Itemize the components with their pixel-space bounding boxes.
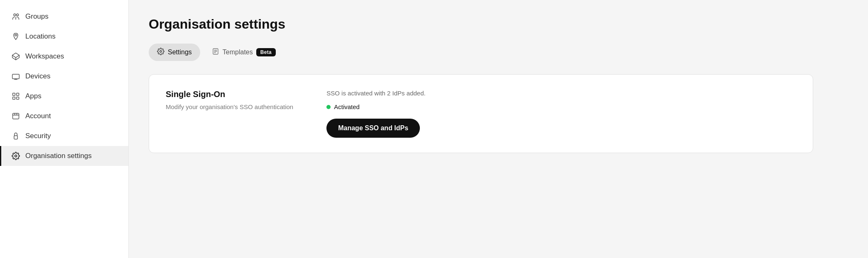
sidebar-item-locations-label: Locations bbox=[25, 32, 56, 41]
sidebar-item-security[interactable]: Security bbox=[0, 126, 128, 146]
org-settings-icon bbox=[11, 151, 20, 161]
svg-rect-9 bbox=[17, 93, 19, 96]
svg-point-17 bbox=[15, 155, 17, 157]
account-icon bbox=[11, 112, 20, 121]
manage-sso-button[interactable]: Manage SSO and IdPs bbox=[326, 119, 420, 138]
page-title: Organisation settings bbox=[149, 17, 848, 32]
sidebar-item-locations[interactable]: Locations bbox=[0, 27, 128, 46]
tabs-container: Settings Templates Beta bbox=[149, 44, 848, 61]
sidebar-item-groups[interactable]: Groups bbox=[0, 7, 128, 27]
tab-templates[interactable]: Templates Beta bbox=[204, 44, 284, 61]
sso-status-text: SSO is activated with 2 IdPs added. bbox=[326, 90, 796, 97]
sidebar-item-org-settings-label: Organisation settings bbox=[25, 152, 92, 160]
svg-point-0 bbox=[14, 14, 16, 16]
sidebar: Groups Locations Workspaces bbox=[0, 0, 129, 258]
svg-rect-8 bbox=[13, 93, 15, 96]
security-icon bbox=[11, 131, 20, 141]
settings-tab-label: Settings bbox=[168, 49, 192, 56]
beta-badge: Beta bbox=[256, 48, 276, 56]
svg-rect-10 bbox=[13, 97, 15, 100]
svg-point-2 bbox=[15, 34, 17, 36]
svg-rect-5 bbox=[12, 74, 20, 79]
apps-icon bbox=[11, 92, 20, 101]
sidebar-item-apps[interactable]: Apps bbox=[0, 86, 128, 106]
svg-rect-16 bbox=[14, 136, 17, 139]
sidebar-item-workspaces-label: Workspaces bbox=[25, 52, 64, 61]
svg-rect-12 bbox=[13, 113, 19, 119]
status-row: Activated bbox=[326, 103, 796, 110]
sidebar-item-security-label: Security bbox=[25, 132, 51, 140]
sidebar-item-devices-label: Devices bbox=[25, 72, 50, 80]
sso-card: Single Sign-On Modify your organisation'… bbox=[149, 74, 813, 153]
card-right: SSO is activated with 2 IdPs added. Acti… bbox=[326, 90, 796, 138]
templates-tab-icon bbox=[212, 48, 219, 57]
templates-tab-label: Templates bbox=[223, 49, 253, 56]
devices-icon bbox=[11, 72, 20, 81]
workspaces-icon bbox=[11, 52, 20, 61]
sidebar-item-account[interactable]: Account bbox=[0, 106, 128, 126]
card-title: Single Sign-On bbox=[166, 90, 293, 99]
locations-icon bbox=[11, 32, 20, 41]
main-content: Organisation settings Settings bbox=[129, 0, 868, 258]
tab-settings[interactable]: Settings bbox=[149, 44, 200, 61]
sidebar-item-apps-label: Apps bbox=[25, 92, 42, 100]
sidebar-item-devices[interactable]: Devices bbox=[0, 66, 128, 86]
svg-rect-11 bbox=[17, 97, 19, 100]
card-description: Modify your organisation's SSO authentic… bbox=[166, 102, 293, 112]
status-dot-active bbox=[326, 105, 331, 109]
settings-tab-icon bbox=[157, 48, 164, 57]
sidebar-item-org-settings[interactable]: Organisation settings bbox=[0, 146, 128, 166]
sidebar-item-account-label: Account bbox=[25, 112, 51, 120]
card-left: Single Sign-On Modify your organisation'… bbox=[166, 90, 293, 112]
svg-point-1 bbox=[17, 14, 19, 16]
groups-icon bbox=[11, 12, 20, 21]
svg-point-18 bbox=[160, 51, 162, 53]
sidebar-item-workspaces[interactable]: Workspaces bbox=[0, 46, 128, 66]
sidebar-item-groups-label: Groups bbox=[25, 12, 49, 21]
status-label: Activated bbox=[334, 103, 360, 110]
